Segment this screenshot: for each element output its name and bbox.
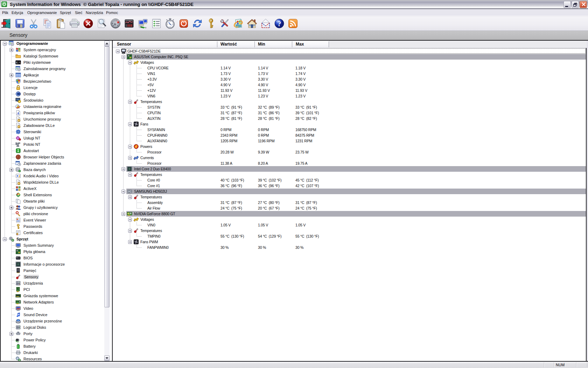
- svg-text:A: A: [17, 105, 20, 109]
- svg-text:?: ?: [278, 20, 281, 28]
- svg-text:A: A: [17, 111, 20, 115]
- svg-text:C:\: C:\: [16, 61, 21, 64]
